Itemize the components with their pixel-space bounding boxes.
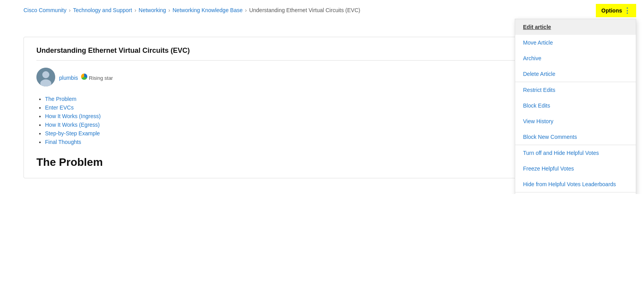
breadcrumb-sep-2: › xyxy=(134,7,136,13)
menu-item-restrict-edits[interactable]: Restrict Edits xyxy=(515,82,636,98)
breadcrumb-current: Understanding Ethernet Virtual Circuits … xyxy=(249,7,360,13)
avatar xyxy=(36,68,55,86)
toc-link-2[interactable]: Enter EVCs xyxy=(45,104,74,111)
menu-item-turn-off-votes[interactable]: Turn off and Hide Helpful Votes xyxy=(515,145,636,161)
breadcrumb-networking-kb[interactable]: Networking Knowledge Base xyxy=(173,7,243,13)
breadcrumb-networking[interactable]: Networking xyxy=(139,7,166,13)
menu-item-freeze-votes[interactable]: Freeze Helpful Votes xyxy=(515,161,636,176)
author-role: Rising star xyxy=(89,75,113,81)
menu-group-2: Restrict Edits Block Edits View History … xyxy=(515,82,636,145)
menu-group-3: Turn off and Hide Helpful Votes Freeze H… xyxy=(515,145,636,192)
menu-item-block-new-comments[interactable]: Block New Comments xyxy=(515,129,636,145)
author-badge-icon xyxy=(81,74,87,80)
breadcrumb: Cisco Community › Technology and Support… xyxy=(0,0,644,20)
options-dropdown: Edit article Move Article Archive Delete… xyxy=(515,19,636,194)
toc-link-5[interactable]: Step-by-Step Example xyxy=(45,130,100,137)
author-left: plumbis Rising star xyxy=(36,68,113,86)
toc-link-4[interactable]: How It Works (Egress) xyxy=(45,122,100,128)
menu-item-hide-leaderboards[interactable]: Hide from Helpful Votes Leaderboards xyxy=(515,176,636,192)
breadcrumb-sep-3: › xyxy=(168,7,170,13)
toc-link-1[interactable]: The Problem xyxy=(45,96,76,102)
options-button[interactable]: Options ⋮ xyxy=(596,4,636,17)
toc-link-3[interactable]: How It Works (Ingress) xyxy=(45,113,101,119)
menu-group-1: Edit article Move Article Archive Delete… xyxy=(515,19,636,82)
breadcrumb-sep-1: › xyxy=(69,7,71,13)
avatar-image xyxy=(36,68,55,86)
menu-item-move-article[interactable]: Move Article xyxy=(515,35,636,50)
menu-item-view-history[interactable]: View History xyxy=(515,113,636,129)
menu-item-edit-article[interactable]: Edit article xyxy=(515,19,636,35)
menu-item-delete-article[interactable]: Delete Article xyxy=(515,66,636,82)
menu-item-block-edits[interactable]: Block Edits xyxy=(515,98,636,113)
menu-item-subscribe-rss[interactable]: Subscribe to RSS Feed xyxy=(515,192,636,194)
options-dots-icon: ⋮ xyxy=(624,6,631,15)
author-name-link[interactable]: plumbis xyxy=(59,75,78,81)
menu-group-4: Subscribe to RSS Feed xyxy=(515,192,636,194)
menu-item-archive[interactable]: Archive xyxy=(515,50,636,66)
toc-link-6[interactable]: Final Thoughts xyxy=(45,139,81,145)
options-label: Options xyxy=(601,7,622,14)
author-info: plumbis Rising star xyxy=(59,74,113,81)
breadcrumb-sep-4: › xyxy=(245,7,247,13)
breadcrumb-technology-support[interactable]: Technology and Support xyxy=(73,7,132,13)
breadcrumb-cisco-community[interactable]: Cisco Community xyxy=(23,7,67,13)
svg-point-1 xyxy=(42,71,49,78)
